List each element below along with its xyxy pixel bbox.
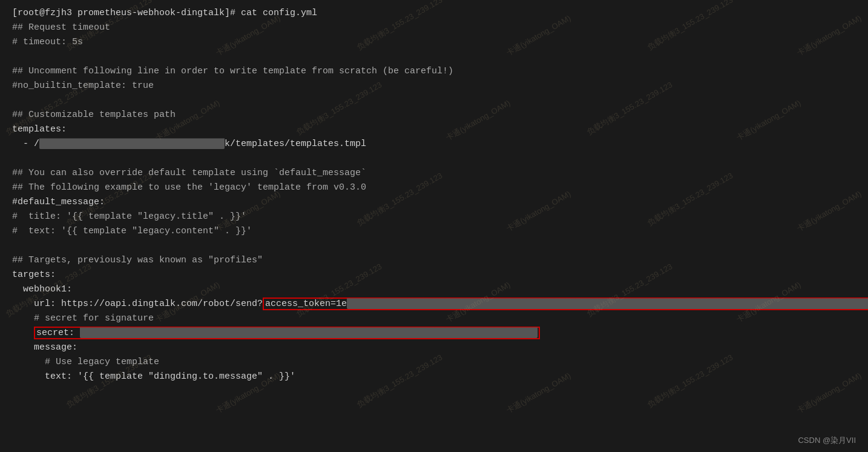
line-comment-secret: # secret for signature [12, 311, 856, 326]
redacted-secret: ████████████████████████████████████████… [80, 328, 538, 338]
line-comment-5: ## Customizable templates path [12, 108, 856, 122]
line-comment-10: ## Targets, previously was known as "pro… [12, 253, 856, 268]
line-text: text: '{{ template "dingding.to.message"… [12, 370, 856, 384]
line-templates-path: - /██████████████████████████████████k/t… [12, 137, 856, 151]
line-targets: targets: [12, 268, 856, 282]
line-comment-8: # title: '{{ template "legacy.title" . }… [12, 210, 856, 224]
line-empty-4 [12, 239, 856, 253]
line-comment-4: #no_builtin_template: true [12, 79, 856, 93]
line-webhook1: webhook1: [12, 282, 856, 297]
line-empty-2 [12, 93, 856, 108]
line-empty-1 [12, 50, 856, 64]
redacted-path: ██████████████████████████████████ [39, 139, 225, 149]
line-message: message: [12, 341, 856, 355]
line-comment-1: ## Request timeout [12, 21, 856, 35]
url-token-highlight: access_token=1e█████████████████████████… [263, 297, 868, 310]
line-templates: templates: [12, 122, 856, 137]
secret-highlight: secret: ████████████████████████████████… [34, 327, 540, 339]
line-comment-2: # timeout: 5s [12, 35, 856, 50]
line-prompt: [root@fzjh3 prometheus-webhook-dingtalk]… [12, 6, 856, 21]
line-comment-7: ## The following example to use the 'leg… [12, 181, 856, 195]
line-comment-legacy: # Use legacy template [12, 355, 856, 370]
line-default-message: #default_message: [12, 195, 856, 210]
line-comment-6: ## You can also override default templat… [12, 166, 856, 181]
redacted-token: ████████████████████████████████████████… [347, 299, 868, 309]
line-secret: secret: ████████████████████████████████… [12, 326, 856, 341]
terminal: [root@fzjh3 prometheus-webhook-dingtalk]… [0, 0, 868, 452]
csdn-badge: CSDN @染月VII [798, 435, 856, 446]
line-url: url: https://oapi.dingtalk.com/robot/sen… [12, 297, 856, 311]
line-comment-9: # text: '{{ template "legacy.content" . … [12, 224, 856, 239]
line-comment-3: ## Uncomment following line in order to … [12, 64, 856, 79]
line-empty-3 [12, 151, 856, 166]
